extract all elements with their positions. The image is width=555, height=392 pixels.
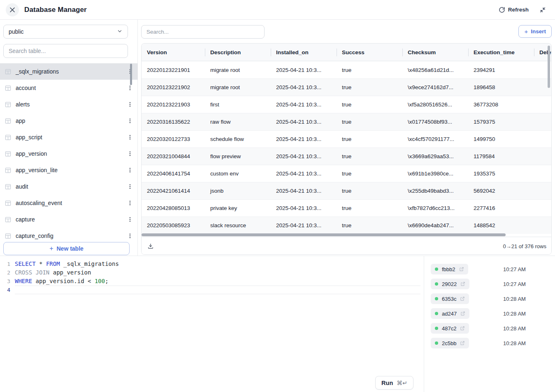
table-cell: 5692042 xyxy=(468,182,534,199)
table-cell: 20220123221901 xyxy=(142,61,205,78)
table-icon xyxy=(5,101,11,108)
table-cell: true xyxy=(337,131,402,148)
download-button[interactable] xyxy=(147,243,154,249)
sidebar-item-capture[interactable]: capture xyxy=(0,211,138,228)
grid-vertical-scrollbar[interactable] xyxy=(548,46,550,88)
table-menu-button[interactable] xyxy=(126,117,134,125)
table-cell: 2025-04-21 10:3... xyxy=(271,217,337,234)
table-cell: \x48256a61d21d... xyxy=(402,61,468,78)
history-item: fbbb210:27 AM xyxy=(424,262,555,277)
table-cell: \x01774508bf93... xyxy=(402,113,468,130)
table-cell: true xyxy=(337,79,402,96)
data-grid: VersionDescriptionInstalled_onSuccessChe… xyxy=(141,43,552,255)
table-name: autoscaling_event xyxy=(16,200,62,206)
table-cell: migrate root xyxy=(205,61,271,78)
sidebar-item-autoscaling_event[interactable]: autoscaling_event xyxy=(0,195,138,211)
result-id: 29022 xyxy=(442,281,457,287)
history-result-pill[interactable]: 6353c xyxy=(431,293,469,304)
sidebar-item-_sqlx_migrations[interactable]: _sqlx_migrations xyxy=(0,63,138,80)
table-cell: schedule flow xyxy=(205,131,271,148)
table-cell: 36773208 xyxy=(468,96,534,113)
kebab-icon xyxy=(127,233,133,239)
sidebar-item-app[interactable]: app xyxy=(0,113,138,129)
sidebar-scrollbar[interactable] xyxy=(130,64,132,85)
table-cell: true xyxy=(337,217,402,234)
run-button[interactable]: Run ⌘↵ xyxy=(375,376,413,390)
table-menu-button[interactable] xyxy=(126,183,134,190)
sql-code: 1SELECT * FROM _sqlx_migrations2CROSS JO… xyxy=(0,256,424,294)
table-search-input[interactable] xyxy=(3,44,128,58)
table-cell: 20220123221902 xyxy=(142,79,205,96)
refresh-label: Refresh xyxy=(508,7,529,13)
status-dot xyxy=(435,341,438,345)
table-cell: 1488542 xyxy=(468,217,534,234)
table-row[interactable]: 20220428085013private key2025-04-21 10:3… xyxy=(142,199,551,217)
grid-horizontal-scrollbar[interactable] xyxy=(142,233,552,236)
external-link-icon[interactable] xyxy=(460,311,465,316)
status-dot xyxy=(435,282,438,286)
external-link-icon[interactable] xyxy=(459,267,464,272)
table-menu-button[interactable] xyxy=(126,84,134,92)
sidebar-item-account[interactable]: account xyxy=(0,80,138,96)
sidebar-item-audit[interactable]: audit xyxy=(0,178,138,195)
collapse-icon xyxy=(539,7,546,13)
sidebar-item-app_version_lite[interactable]: app_version_lite xyxy=(0,162,138,178)
table-row[interactable]: 20220321004844flow preview2025-04-21 10:… xyxy=(142,148,551,165)
app-header: Database Manager Refresh xyxy=(0,0,555,20)
scrollbar-thumb[interactable] xyxy=(142,233,506,236)
table-menu-button[interactable] xyxy=(126,150,134,157)
refresh-button[interactable]: Refresh xyxy=(499,7,529,13)
sidebar-item-app_version[interactable]: app_version xyxy=(0,145,138,162)
table-icon xyxy=(5,118,11,124)
schema-select[interactable]: public xyxy=(3,25,128,39)
table-row[interactable]: 20220320122733schedule flow2025-04-21 10… xyxy=(142,130,551,148)
row-search-input[interactable] xyxy=(141,25,265,39)
close-button[interactable] xyxy=(6,3,19,16)
collapse-button[interactable] xyxy=(539,7,546,13)
insert-button[interactable]: + Insert xyxy=(518,25,552,38)
line-number: 1 xyxy=(0,260,15,268)
table-cell xyxy=(534,113,552,130)
table-icon xyxy=(5,69,11,75)
table-menu-button[interactable] xyxy=(126,199,134,207)
history-result-pill[interactable]: ad247 xyxy=(431,308,469,319)
table-row[interactable]: 20220406141754custom env2025-04-21 10:3.… xyxy=(142,165,551,182)
table-row[interactable]: 20220316135622raw flow2025-04-21 10:3...… xyxy=(142,113,551,130)
table-menu-button[interactable] xyxy=(126,134,134,141)
sidebar-item-app_script[interactable]: app_script xyxy=(0,129,138,145)
grid-header-row: VersionDescriptionInstalled_onSuccessChe… xyxy=(142,44,551,61)
new-table-button[interactable]: + New table xyxy=(3,242,130,255)
status-dot xyxy=(435,312,438,315)
external-link-icon[interactable] xyxy=(460,341,465,346)
sql-editor[interactable]: 1SELECT * FROM _sqlx_migrations2CROSS JO… xyxy=(0,256,424,392)
table-menu-button[interactable] xyxy=(126,166,134,174)
table-row[interactable]: 20220503085923slack resource2025-04-21 1… xyxy=(142,217,551,234)
table-menu-button[interactable] xyxy=(126,101,134,108)
table-name: app_version xyxy=(16,150,47,157)
table-row[interactable]: 20220123221902migrate root2025-04-21 10:… xyxy=(142,78,551,96)
sidebar-item-capture_config[interactable]: capture_config xyxy=(0,228,138,242)
table-menu-button[interactable] xyxy=(126,216,134,223)
history-result-pill[interactable]: 29022 xyxy=(431,279,469,289)
table-row[interactable]: 20220421061414jsonb2025-04-21 10:3...tru… xyxy=(142,182,551,199)
table-menu-button[interactable] xyxy=(126,232,134,240)
table-row[interactable]: 20220123221903first2025-04-21 10:3...tru… xyxy=(142,96,551,113)
external-link-icon[interactable] xyxy=(460,326,465,331)
table-row[interactable]: 20220123221901migrate root2025-04-21 10:… xyxy=(142,61,551,78)
history-result-pill[interactable]: fbbb2 xyxy=(431,264,468,274)
table-name: app xyxy=(16,118,25,124)
external-link-icon[interactable] xyxy=(460,281,465,286)
history-result-pill[interactable]: 487c2 xyxy=(431,323,469,334)
external-link-icon[interactable] xyxy=(460,296,465,301)
column-header-version: Version xyxy=(142,44,205,61)
status-dot xyxy=(435,327,438,330)
code-text: CROSS JOIN app_version xyxy=(15,268,420,277)
table-name: account xyxy=(16,85,36,91)
history-result-pill[interactable]: 2c5bb xyxy=(431,338,469,348)
table-name: capture xyxy=(16,216,35,223)
result-id: 2c5bb xyxy=(442,340,456,346)
table-cell: 1499750 xyxy=(468,131,534,148)
sidebar-item-alerts[interactable]: alerts xyxy=(0,96,138,113)
page-title: Database Manager xyxy=(24,6,87,14)
kebab-icon xyxy=(127,200,133,206)
